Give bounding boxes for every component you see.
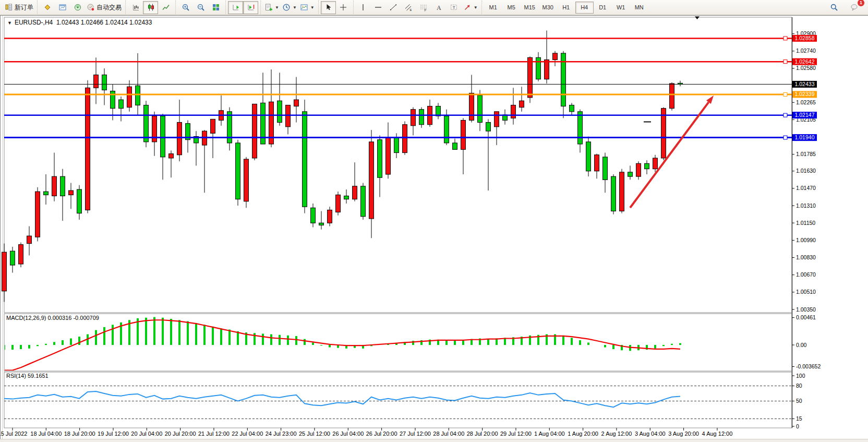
- trendline-button[interactable]: [386, 1, 401, 14]
- hline-anchor[interactable]: [783, 136, 787, 139]
- time-tick-label: 19 Jul 12:00: [98, 431, 129, 437]
- price-badge-label: 1.02433: [795, 81, 815, 87]
- text-button[interactable]: A: [431, 1, 447, 14]
- timeframe-h4-button[interactable]: H4: [575, 2, 594, 14]
- macd-indicator-label: MACD(12,26,9) 0.000316 -0.000709: [6, 315, 99, 321]
- chart-panels: [4, 17, 792, 428]
- yellow-diamond-icon: [43, 3, 52, 11]
- cursor-button[interactable]: [321, 1, 336, 14]
- tile-windows-button[interactable]: [208, 1, 223, 14]
- time-tick-label: 4 Aug 12:00: [702, 431, 733, 437]
- candlestick-chart-button[interactable]: [143, 1, 158, 14]
- mt4-terminal: { "toolbar":{ "new_order_label":"新订单", "…: [0, 0, 868, 442]
- chart-title: ▼EURUSD-,H4 1.02443 1.02466 1.02414 1.02…: [7, 19, 152, 26]
- dropdown-caret-icon[interactable]: ▼: [474, 5, 478, 10]
- fibo-icon: F: [419, 3, 428, 11]
- signals-button[interactable]: [70, 1, 85, 14]
- timeframe-m1-button[interactable]: M1: [484, 2, 502, 14]
- symbol-dropdown-arrow[interactable]: ▼: [7, 20, 12, 26]
- timeframe-mn-button[interactable]: MN: [630, 2, 648, 14]
- market-watch-button[interactable]: [55, 1, 70, 14]
- chart-window-button[interactable]: [40, 1, 55, 14]
- main-toolbar: 新订单自动交易▼▼▼EFAT▼M1M5M15M30H1H4D1W1MN1: [0, 0, 868, 15]
- toolbar-group: ▼▼▼: [260, 1, 318, 14]
- price-tick-label: 1.00510: [796, 289, 816, 295]
- macd-tick-label: -0.003652: [796, 363, 821, 369]
- fibonacci-button[interactable]: F: [416, 1, 431, 14]
- dropdown-caret-icon[interactable]: ▼: [293, 5, 297, 10]
- timeframe-toolbar: M1M5M15M30H1H4D1W1MN: [481, 1, 650, 14]
- text-t-icon: T: [450, 3, 458, 11]
- window-bottom-edge: [0, 439, 868, 442]
- zoom-out-button[interactable]: [193, 1, 208, 14]
- chart-canvas: 1.029001.027401.025801.022651.021051.017…: [0, 0, 868, 442]
- auto-scroll-button[interactable]: [228, 1, 243, 14]
- equidistant-channel-button[interactable]: E: [401, 1, 416, 14]
- time-tick-label: 20 Jul 20:00: [165, 431, 196, 437]
- auto-trading-button[interactable]: 自动交易: [85, 1, 123, 14]
- timeframe-w1-button[interactable]: W1: [612, 2, 630, 14]
- rsi-tick-label: 100: [796, 373, 805, 379]
- price-axis: 1.029001.027401.025801.022651.021051.017…: [792, 30, 821, 429]
- vline-icon: [359, 3, 367, 11]
- svg-text:F: F: [425, 8, 427, 12]
- chart-shift-button[interactable]: [243, 1, 258, 14]
- blue-window-icon: [58, 3, 67, 11]
- hline-icon: [374, 3, 382, 11]
- notification-badge: 1: [857, 0, 865, 7]
- dropdown-caret-icon[interactable]: ▼: [275, 5, 279, 10]
- channel-icon: E: [404, 3, 413, 11]
- chart-symbol-period: EURUSD-,H4: [15, 19, 53, 26]
- picture-icon: [300, 3, 308, 11]
- arrows-tool-dropdown[interactable]: ▼: [462, 1, 479, 14]
- bars-icon: [131, 3, 140, 11]
- line-chart-button[interactable]: [158, 1, 173, 14]
- time-tick-label: 28 Jul 04:00: [433, 431, 464, 437]
- new-order-button[interactable]: 新订单: [3, 1, 35, 14]
- cursor-icon: [324, 3, 332, 11]
- hline-anchor[interactable]: [783, 37, 787, 40]
- timeframe-m5-button[interactable]: M5: [502, 2, 521, 14]
- chartshift-icon: [247, 3, 255, 11]
- new-chart-dropdown[interactable]: ▼: [263, 1, 281, 14]
- price-tick-label: 1.01785: [796, 151, 816, 157]
- price-tick-label: 1.02580: [796, 65, 816, 71]
- macd-values: 0.000316 -0.000709: [47, 315, 99, 321]
- time-tick-label: 3 Aug 04:00: [635, 431, 666, 437]
- time-tick-label: 2 Aug 12:00: [601, 431, 632, 437]
- timeframe-h1-button[interactable]: H1: [557, 2, 575, 14]
- periodicity-dropdown[interactable]: ▼: [281, 1, 298, 14]
- time-axis: 15 Jul 202218 Jul 04:0018 Jul 20:0019 Ju…: [0, 428, 732, 437]
- dropdown-caret-icon[interactable]: ▼: [310, 5, 315, 10]
- svg-text:A: A: [437, 4, 441, 11]
- toolbar-group: EFAT▼: [353, 1, 481, 14]
- timeframe-m15-button[interactable]: M15: [521, 2, 539, 14]
- hline-anchor[interactable]: [783, 92, 787, 96]
- horizontal-line-button[interactable]: [371, 1, 386, 14]
- toolbar-right: 1: [826, 1, 867, 14]
- price-tick-label: 1.02265: [796, 99, 816, 105]
- svg-text:E: E: [410, 8, 412, 11]
- new-order-button-label: 新订单: [15, 3, 33, 12]
- time-tick-label: 18 Jul 04:00: [30, 431, 62, 437]
- zoom-in-button[interactable]: [178, 1, 193, 14]
- vertical-line-button[interactable]: [356, 1, 371, 14]
- time-tick-label: 22 Jul 04:00: [232, 431, 263, 437]
- hline-anchor[interactable]: [783, 60, 787, 64]
- text-a-icon: A: [435, 3, 443, 11]
- bar-chart-button[interactable]: [128, 1, 143, 14]
- search-button[interactable]: [826, 1, 841, 14]
- rsi-tick-label: 80: [796, 383, 802, 389]
- timeframe-m30-button[interactable]: M30: [539, 2, 557, 14]
- crosshair-button[interactable]: [336, 1, 351, 14]
- chart-ohlc-values: 1.02443 1.02466 1.02414 1.02433: [56, 19, 152, 26]
- timeframe-d1-button[interactable]: D1: [594, 2, 612, 14]
- text-label-button[interactable]: T: [447, 1, 462, 14]
- notifications-button[interactable]: 1: [847, 1, 862, 14]
- search-icon: [830, 3, 838, 11]
- svg-text:T: T: [453, 5, 455, 10]
- hline-anchor[interactable]: [783, 113, 787, 117]
- templates-dropdown[interactable]: ▼: [298, 1, 316, 14]
- time-tick-label: 1 Aug 20:00: [568, 431, 598, 437]
- time-tick-label: 20 Jul 04:00: [131, 431, 162, 437]
